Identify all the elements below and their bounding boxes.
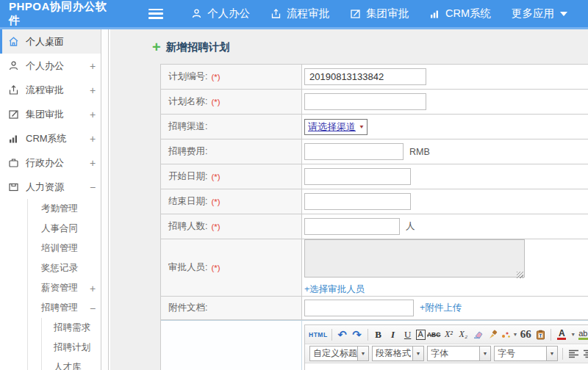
bold-button[interactable]: B <box>372 327 385 342</box>
expand-plus-icon[interactable]: + <box>85 133 101 145</box>
sidebar-item-recruit-demand[interactable]: 招聘需求 <box>42 318 101 338</box>
form-row-plan-number: 计划编号: (*) <box>161 65 588 90</box>
paste-icon[interactable] <box>534 327 547 342</box>
expand-plus-icon[interactable]: + <box>85 283 101 294</box>
plan-number-input[interactable] <box>304 68 426 85</box>
caret-down-icon: ▼ <box>547 346 558 361</box>
sidebar-item-crm[interactable]: CRM系统 + <box>0 126 101 150</box>
channel-select[interactable]: 请选择渠道 ▼ <box>304 119 368 135</box>
font-color-button[interactable]: A <box>555 327 568 342</box>
select-approvers-link[interactable]: +选择审批人员 <box>304 283 365 296</box>
sidebar-item-personal-desktop[interactable]: 个人桌面 <box>0 29 101 54</box>
paint-format-icon[interactable]: ▼ <box>501 327 517 342</box>
hr-module-icon <box>7 181 19 193</box>
sidebar-item-salary[interactable]: 薪资管理 + <box>28 278 101 298</box>
format-painter-icon[interactable] <box>486 327 499 342</box>
form-row-attachment: 附件文档: +附件上传 <box>161 297 588 320</box>
caret-down-icon: ▼ <box>480 346 491 361</box>
autotypeset-button[interactable]: A <box>416 330 426 340</box>
fee-input[interactable] <box>304 143 404 160</box>
edit-icon <box>7 109 19 120</box>
add-plus-icon: + <box>152 40 161 54</box>
align-center-icon[interactable] <box>581 347 588 361</box>
sidebar-item-workflow-approval[interactable]: 流程审批 + <box>0 78 101 102</box>
resize-handle-icon[interactable] <box>517 272 523 278</box>
sidebar-item-personal-office[interactable]: 个人办公 + <box>0 54 101 78</box>
topnav-workflow-approval[interactable]: 流程审批 <box>270 7 329 21</box>
topnav-personal-office[interactable]: 个人办公 <box>191 7 250 21</box>
top-navigation: 个人办公 流程审批 集团审批 CRM系统 更多应用 <box>181 7 578 21</box>
font-size-select[interactable]: 字号 ▼ <box>494 346 558 361</box>
edit-icon <box>350 8 366 19</box>
attachment-input[interactable] <box>304 300 414 316</box>
paragraph-format-select[interactable]: 段落格式 ▼ <box>372 346 424 361</box>
custom-title-select[interactable]: 自定义标题 ▼ <box>309 346 369 361</box>
briefcase-icon <box>7 157 19 169</box>
underline-button[interactable]: U <box>401 327 415 342</box>
sidebar-item-admin-office[interactable]: 行政办公 + <box>0 150 101 175</box>
superscript-button[interactable]: X² <box>442 327 455 342</box>
field-label: 招聘费用: <box>168 145 207 158</box>
italic-button[interactable]: I <box>387 327 400 342</box>
field-label: 审批人员: <box>168 261 207 274</box>
sidebar-item-recruit-plan[interactable]: 招聘计划 <box>42 338 101 358</box>
collapse-minus-icon[interactable]: − <box>85 181 101 193</box>
sidebar-item-group-approval[interactable]: 集团审批 + <box>0 102 101 126</box>
sidebar-item-recruitment[interactable]: 招聘管理 − <box>28 298 101 318</box>
required-marker: (*) <box>211 173 220 181</box>
caret-down-icon: ▼ <box>570 332 576 337</box>
recruit-plan-form: 计划编号: (*) 计划名称: (*) 招聘渠道: 请选择渠 <box>160 64 588 370</box>
field-label: 计划名称: <box>168 95 207 108</box>
start-date-input[interactable] <box>304 168 411 185</box>
sidebar-item-training[interactable]: 培训管理 <box>28 239 101 258</box>
highlight-color-button[interactable]: ab <box>576 327 588 342</box>
menu-toggle-icon[interactable] <box>148 9 163 19</box>
fee-unit: RMB <box>409 147 430 157</box>
topnav-group-approval[interactable]: 集团审批 <box>350 7 409 21</box>
eraser-icon[interactable] <box>471 327 484 342</box>
sidebar-item-talent-pool[interactable]: 人才库 <box>42 358 101 370</box>
user-icon <box>7 60 19 72</box>
topnav-more-apps[interactable]: 更多应用 <box>512 7 567 21</box>
undo-icon[interactable]: ↶ <box>336 327 349 342</box>
form-row-plan-name: 计划名称: (*) <box>161 90 588 115</box>
user-icon <box>191 8 207 19</box>
recruitment-submenu: 招聘需求 招聘计划 人才库 <box>41 318 101 370</box>
redo-icon[interactable]: ↷ <box>351 327 364 342</box>
sidebar: 个人桌面 个人办公 + 流程审批 + 集团审批 + CRM系统 + <box>0 29 101 370</box>
editor-content-area[interactable] <box>305 363 588 370</box>
blockquote-button[interactable]: 66 <box>519 327 532 342</box>
topnav-crm[interactable]: CRM系统 <box>429 7 491 21</box>
sidebar-item-hr-contracts[interactable]: 人事合同 <box>28 219 101 239</box>
end-date-input[interactable] <box>304 193 411 210</box>
source-code-button[interactable]: HTML <box>309 327 328 342</box>
topbar: PHPOA协同办公软件 个人办公 流程审批 集团审批 <box>0 0 588 27</box>
sidebar-scrollbar[interactable] <box>102 29 109 370</box>
hr-submenu: 考勤管理 人事合同 培训管理 奖惩记录 薪资管理 + 招聘管理 − 招聘需求 招… <box>27 199 101 370</box>
caret-down-icon <box>560 12 567 16</box>
expand-plus-icon[interactable]: + <box>85 157 101 169</box>
headcount-input[interactable] <box>304 218 400 235</box>
expand-plus-icon[interactable]: + <box>85 84 101 96</box>
field-label: 计划编号: <box>168 70 207 83</box>
sidebar-item-human-resources[interactable]: 人力资源 − <box>0 175 101 199</box>
strikethrough-button[interactable]: ABC <box>427 327 440 342</box>
headcount-unit: 人 <box>406 220 415 233</box>
subscript-button[interactable]: X₂ <box>456 327 470 342</box>
sidebar-item-attendance[interactable]: 考勤管理 <box>28 199 101 219</box>
required-marker: (*) <box>211 98 220 106</box>
plan-name-input[interactable] <box>304 93 426 110</box>
align-left-icon[interactable] <box>567 347 580 361</box>
form-row-approvers: 审批人员: (*) +选择审批人员 <box>161 239 588 297</box>
sidebar-item-rewards[interactable]: 奖惩记录 <box>28 258 101 278</box>
rich-text-editor: HTML ↶ ↷ B I U A ABC X² X₂ <box>304 324 588 370</box>
font-family-select[interactable]: 字体 ▼ <box>427 346 491 361</box>
collapse-minus-icon[interactable]: − <box>85 302 101 314</box>
attachment-upload-link[interactable]: +附件上传 <box>420 302 462 314</box>
required-marker: (*) <box>211 264 220 272</box>
approvers-textarea[interactable] <box>304 239 525 278</box>
expand-plus-icon[interactable]: + <box>85 60 101 72</box>
form-row-end-date: 结束日期: (*) <box>161 189 588 214</box>
field-label: 招聘人数: <box>168 220 207 233</box>
expand-plus-icon[interactable]: + <box>85 109 101 120</box>
